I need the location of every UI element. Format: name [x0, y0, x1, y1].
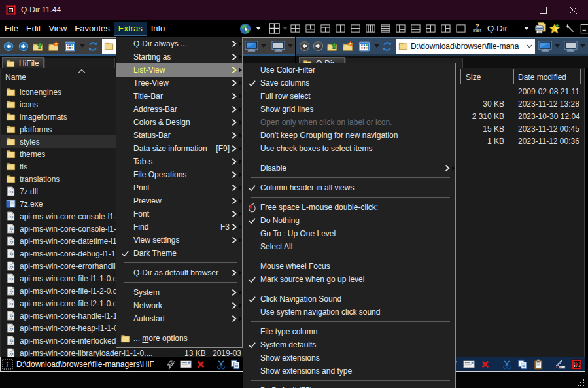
views-dropdown-icon[interactable] [80, 44, 85, 48]
menu-item[interactable]: Q-Dir always ... [116, 37, 242, 50]
menu-item[interactable]: Tab-s [116, 155, 242, 168]
menu-item[interactable]: Dark Theme [116, 247, 242, 260]
menu-item[interactable]: Save columns [243, 77, 455, 90]
close-button[interactable] [558, 0, 588, 20]
maximize-button[interactable] [528, 0, 558, 20]
name-column-header[interactable]: Name [5, 73, 26, 82]
column-separator[interactable] [580, 69, 581, 84]
forward-button[interactable] [18, 41, 29, 52]
menu-item[interactable]: Go To : Up One Level [243, 227, 455, 240]
refresh-button[interactable] [382, 41, 392, 52]
left-tab[interactable]: HiFile [2, 57, 44, 69]
right-view2-dropdown-icon[interactable] [580, 44, 585, 48]
refresh-button[interactable] [88, 41, 98, 52]
layout-preset-icon[interactable] [411, 24, 421, 33]
layout-preset-icon[interactable] [381, 24, 390, 33]
left-view2-monitor-icon[interactable] [271, 40, 286, 52]
right-view2-monitor-icon[interactable] [563, 40, 578, 52]
menu-item[interactable]: File Operations [116, 168, 242, 181]
sign-icon[interactable] [555, 359, 566, 370]
panel-toggle-icon[interactable] [580, 24, 588, 34]
layout-preset-icon[interactable] [351, 24, 360, 33]
print-folder-icon[interactable] [534, 22, 547, 35]
layout-preset-icon[interactable] [290, 24, 300, 33]
info-icon[interactable] [2, 359, 13, 370]
menu-item[interactable]: Preview [116, 194, 242, 207]
qdir-grid-icon[interactable] [572, 359, 582, 370]
minimize-button[interactable] [498, 0, 528, 20]
internet-icon[interactable] [239, 23, 251, 35]
menu-item[interactable]: Font [116, 207, 242, 220]
menu-item[interactable]: Don't keep Grouping for new navigation [243, 129, 455, 142]
up-folder-button[interactable] [33, 41, 43, 52]
right-view1-dropdown-icon[interactable] [555, 44, 560, 48]
menu-item[interactable]: ... more options [116, 332, 242, 345]
menu-item[interactable]: Show extensions and type [243, 364, 455, 378]
back-button[interactable] [299, 41, 310, 52]
menubar-item-view[interactable]: View [44, 22, 71, 36]
menubar-item-edit[interactable]: Edit [22, 22, 44, 36]
menu-item[interactable]: Status-Bar [116, 129, 242, 142]
size-column-header[interactable]: Size [466, 73, 481, 82]
menu-item[interactable]: Use system navigation click sound [243, 306, 455, 319]
layout-grid-button[interactable] [269, 23, 280, 34]
column-separator[interactable] [460, 69, 461, 84]
cut-icon[interactable] [216, 359, 226, 370]
menubar-item-file[interactable]: File [1, 22, 22, 36]
layout-preset-icon[interactable] [396, 24, 406, 33]
menu-item[interactable]: System [116, 286, 242, 299]
resize-grip[interactable] [577, 379, 585, 387]
magic-wand-icon[interactable] [564, 23, 576, 34]
views-button[interactable] [359, 41, 370, 52]
internet-dropdown-icon[interactable] [256, 27, 261, 30]
column-separator[interactable] [513, 69, 514, 84]
inet-icon[interactable]: ?inet [473, 24, 481, 33]
menu-item[interactable]: Autostart [116, 312, 242, 325]
copy-icon[interactable] [517, 359, 528, 370]
layout-preset-icon[interactable] [366, 24, 375, 33]
left-view1-monitor-icon[interactable] [244, 40, 259, 52]
address-dropdown-icon[interactable] [527, 43, 532, 50]
rename-icon[interactable] [180, 359, 192, 369]
menu-item[interactable]: Select All [243, 240, 455, 253]
menu-item[interactable]: Show grid lines [243, 103, 455, 116]
menu-item[interactable]: Disable [243, 162, 455, 175]
views-button[interactable] [65, 41, 75, 52]
right-address-bar[interactable]: D:\download\browser\file-mana [396, 39, 535, 54]
menu-item[interactable]: Q-Dir as default browser [116, 266, 242, 279]
menu-item[interactable]: List-View [116, 63, 242, 77]
menu-item[interactable]: Print [116, 181, 242, 194]
cut-icon[interactable] [502, 359, 512, 370]
layout-preset-icon[interactable] [305, 24, 315, 33]
menu-item[interactable]: Title-Bar [116, 90, 242, 103]
menu-item[interactable]: Free space L-mouse double-click: [243, 201, 455, 214]
date-column-header[interactable]: Date modified [518, 73, 566, 82]
menu-item[interactable]: Starting as [116, 50, 242, 63]
menubar-item-extras[interactable]: Extras [114, 22, 147, 36]
layout-grid-dropdown-icon[interactable] [283, 27, 288, 30]
new-folder-button[interactable] [48, 41, 59, 52]
forward-button[interactable] [313, 41, 324, 52]
menu-item[interactable]: Mark source when go up level [243, 273, 455, 286]
delete-icon[interactable] [196, 359, 206, 370]
menu-item[interactable]: File type column [243, 325, 455, 338]
menu-item[interactable]: Column header in all views [243, 181, 455, 194]
menu-item[interactable]: System defaults [243, 338, 455, 351]
layout-preset-icon[interactable] [441, 24, 451, 33]
right-view1-monitor-icon[interactable] [538, 40, 553, 52]
paste-icon[interactable] [533, 359, 544, 370]
left-view2-dropdown-icon[interactable] [288, 44, 293, 48]
menu-item[interactable]: By Default (75) [243, 384, 455, 388]
qdir-dropdown-icon[interactable] [524, 27, 529, 30]
favorites-star-icon[interactable] [549, 23, 561, 35]
menu-item[interactable]: Find F3 [116, 220, 242, 234]
menu-item[interactable]: Click Navigation Sound [243, 292, 455, 306]
views-dropdown-icon[interactable] [374, 44, 379, 48]
menu-item[interactable]: Mouse wheel Focus [243, 260, 455, 273]
left-view1-dropdown-icon[interactable] [261, 44, 266, 48]
copy-icon[interactable] [230, 359, 241, 370]
menu-item[interactable]: Data size information [F9] [116, 142, 242, 155]
up-folder-button[interactable] [327, 41, 337, 52]
menu-item[interactable]: Use Color-Filter [243, 63, 455, 77]
menu-item[interactable]: Show extensions [243, 351, 455, 364]
